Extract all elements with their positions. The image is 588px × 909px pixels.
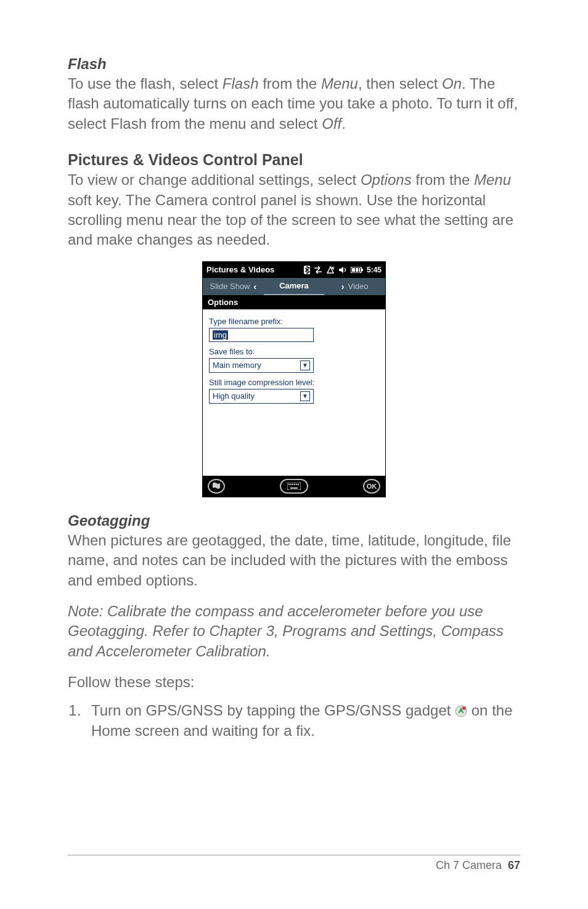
battery-icon xyxy=(351,267,363,273)
bottom-bar: OK xyxy=(203,476,385,497)
svg-rect-2 xyxy=(361,269,363,271)
compress-label: Still image compression level: xyxy=(209,378,379,387)
saveto-value: Main memory xyxy=(213,361,261,370)
step-1: Turn on GPS/GNSS by tapping the GPS/GNSS… xyxy=(85,701,520,741)
tab-video[interactable]: › Video xyxy=(324,278,385,295)
start-button[interactable] xyxy=(208,479,225,494)
chapter-label: Ch 7 Camera xyxy=(436,859,502,871)
geotag-heading: Geotagging xyxy=(68,512,520,529)
on-word: On xyxy=(442,75,462,92)
window-title: Pictures & Videos xyxy=(206,265,274,274)
options-body: Type filename prefix: img Save files to:… xyxy=(203,309,385,476)
svg-rect-6 xyxy=(287,483,301,490)
tab-strip: Slide Show ‹ Camera › Video xyxy=(203,278,385,295)
tab-slideshow[interactable]: Slide Show ‹ xyxy=(203,278,264,295)
svg-rect-11 xyxy=(296,484,297,485)
text: To view or change additional settings, s… xyxy=(68,171,361,188)
svg-rect-9 xyxy=(292,484,293,485)
dropdown-icon[interactable]: ▼ xyxy=(300,391,310,401)
menu-word: Menu xyxy=(474,171,511,188)
flash-heading: Flash xyxy=(68,55,520,73)
follow-steps: Follow these steps: xyxy=(68,672,520,692)
options-subhead: Options xyxy=(203,295,385,309)
text: from the xyxy=(259,75,321,92)
signal-x-icon xyxy=(326,266,335,274)
text: . xyxy=(341,115,346,132)
text: To use the flash, select xyxy=(68,75,223,92)
svg-rect-7 xyxy=(288,484,290,485)
compress-select[interactable]: High quality ▼ xyxy=(209,389,314,404)
svg-rect-3 xyxy=(352,268,355,272)
prefix-label: Type filename prefix: xyxy=(209,317,379,326)
tab-label: Camera xyxy=(279,281,309,290)
text: , then select xyxy=(358,75,442,92)
saveto-select[interactable]: Main memory ▼ xyxy=(209,358,314,373)
menu-word: Menu xyxy=(321,75,358,92)
tab-label: Slide Show xyxy=(210,282,250,291)
page-footer: Ch 7 Camera 67 xyxy=(68,855,520,872)
bluetooth-icon xyxy=(304,266,310,274)
sync-icon xyxy=(314,266,322,274)
titlebar: Pictures & Videos 5:45 xyxy=(203,262,385,278)
geotag-note: Note: Calibrate the compass and accelero… xyxy=(68,601,520,661)
svg-rect-13 xyxy=(290,487,298,489)
keyboard-icon xyxy=(287,483,301,490)
ok-button[interactable]: OK xyxy=(363,479,380,494)
options-word: Options xyxy=(361,171,412,188)
prefix-input[interactable]: img xyxy=(209,328,314,342)
flash-body: To use the flash, select Flash from the … xyxy=(68,74,520,134)
keyboard-button[interactable] xyxy=(280,479,308,494)
tab-camera[interactable]: Camera xyxy=(264,278,325,295)
steps-list: Turn on GPS/GNSS by tapping the GPS/GNSS… xyxy=(68,701,520,741)
volume-icon xyxy=(338,266,347,274)
panel-heading: Pictures & Videos Control Panel xyxy=(68,151,520,169)
chevron-right-icon: › xyxy=(341,282,345,291)
svg-rect-12 xyxy=(298,484,299,485)
svg-rect-10 xyxy=(294,484,295,485)
chevron-left-icon: ‹ xyxy=(254,282,257,291)
svg-rect-5 xyxy=(359,268,360,272)
svg-point-15 xyxy=(462,706,466,710)
gps-gadget-icon xyxy=(455,705,467,717)
saveto-label: Save files to: xyxy=(209,347,379,356)
clock: 5:45 xyxy=(367,266,382,274)
panel-body: To view or change additional settings, s… xyxy=(68,170,520,250)
svg-rect-4 xyxy=(356,268,358,272)
status-icons: 5:45 xyxy=(304,266,382,274)
step-text: Turn on GPS/GNSS by tapping the GPS/GNSS… xyxy=(91,702,455,719)
geotag-body: When pictures are geotagged, the date, t… xyxy=(68,531,520,590)
prefix-value: img xyxy=(213,330,228,340)
windows-flag-icon xyxy=(211,481,221,491)
tab-label: Video xyxy=(348,282,369,291)
page-number: 67 xyxy=(508,859,520,871)
compress-value: High quality xyxy=(213,391,255,401)
svg-rect-8 xyxy=(290,484,292,485)
off-word: Off xyxy=(322,115,341,132)
flash-word: Flash xyxy=(223,75,259,92)
text: soft key. The Camera control panel is sh… xyxy=(68,192,513,248)
text: from the xyxy=(412,171,474,188)
device-screenshot: Pictures & Videos 5:45 Slide Show ‹ Came… xyxy=(202,261,386,497)
dropdown-icon[interactable]: ▼ xyxy=(300,361,310,370)
